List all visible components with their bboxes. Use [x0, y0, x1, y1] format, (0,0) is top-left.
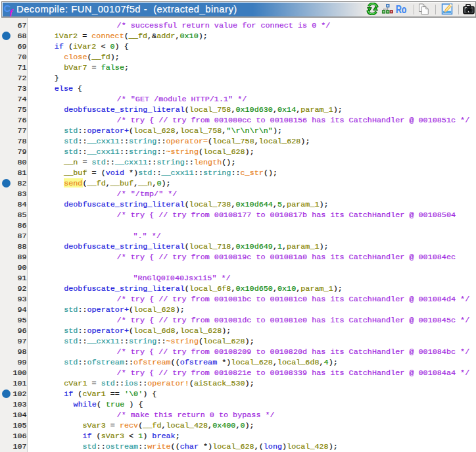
svg-text:f: f — [10, 8, 14, 16]
